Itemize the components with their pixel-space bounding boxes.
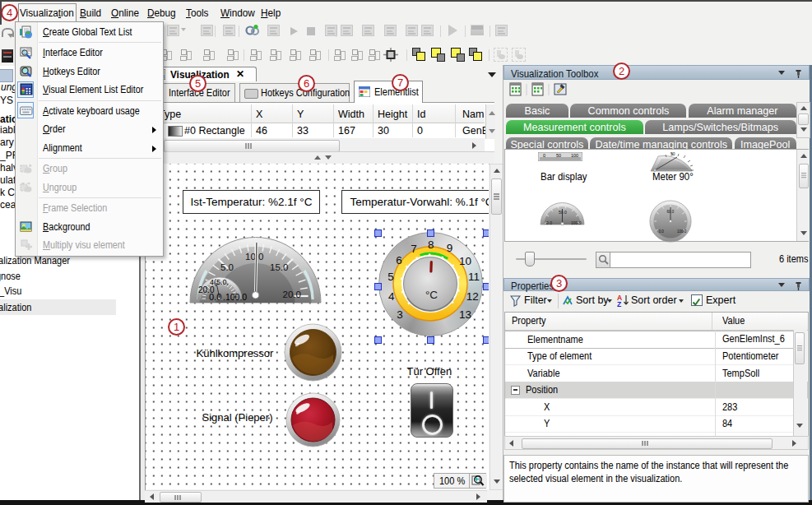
svg-text:.100.0: .100.0 (223, 292, 247, 302)
svg-text:13: 13 (459, 308, 471, 321)
svg-text:0: 0 (543, 153, 545, 158)
svg-text:7: 7 (411, 243, 417, 255)
svg-text:0.0: 0.0 (659, 229, 665, 234)
svg-text:50: 50 (670, 151, 675, 156)
svg-text:10: 10 (459, 255, 471, 267)
svg-text:4: 4 (388, 290, 395, 303)
svg-text:Z: Z (617, 300, 621, 308)
svg-text:0.0: 0.0 (209, 292, 221, 302)
svg-text:15.0: 15.0 (270, 262, 288, 272)
svg-text:5.0: 5.0 (220, 262, 234, 272)
svg-text:6: 6 (396, 254, 402, 266)
svg-text:20.0: 20.0 (283, 290, 301, 299)
svg-text:8: 8 (428, 239, 434, 251)
svg-text:°C: °C (425, 289, 438, 301)
svg-text:10.0: 10.0 (245, 252, 263, 262)
svg-text:100.0: 100.0 (677, 229, 687, 234)
svg-text:50: 50 (556, 153, 561, 158)
svg-text:0.0: 0.0 (546, 220, 552, 225)
svg-text:12: 12 (466, 290, 479, 303)
svg-text:9: 9 (447, 242, 453, 254)
svg-text:5: 5 (387, 271, 394, 283)
svg-text:100.0: 100.0 (571, 220, 582, 225)
svg-text:11: 11 (468, 271, 480, 283)
svg-text:100: 100 (571, 153, 578, 158)
svg-text:3: 3 (397, 308, 403, 321)
